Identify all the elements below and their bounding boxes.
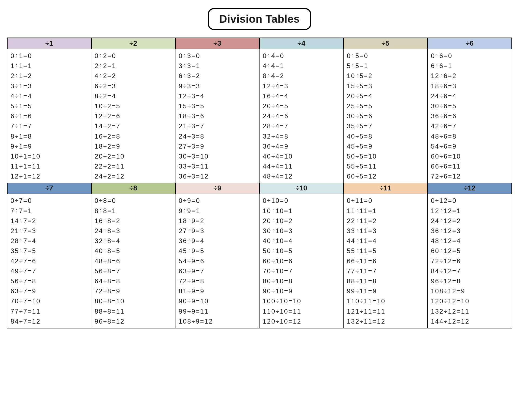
equation: 1÷1=1 (11, 61, 88, 71)
equation: 0÷1=0 (11, 51, 88, 61)
equation: 18÷9=2 (179, 216, 257, 226)
equation: 2÷2=1 (95, 61, 172, 71)
equation: 50÷5=10 (347, 151, 425, 161)
column-header: ÷10 (260, 183, 343, 194)
division-column-4: ÷40÷4=04÷4=18÷4=212÷4=316÷4=420÷4=524÷4=… (260, 38, 344, 183)
equation: 28÷4=7 (263, 121, 341, 131)
equation: 0÷2=0 (95, 51, 172, 61)
equation: 0÷4=0 (263, 51, 341, 61)
equation: 99÷11=9 (347, 286, 425, 296)
equation: 40÷5=8 (347, 131, 425, 141)
equation: 24÷4=6 (263, 111, 341, 121)
equation: 72÷8=9 (95, 286, 172, 296)
equation: 36÷12=3 (431, 226, 509, 236)
equation: 30÷6=5 (431, 101, 509, 111)
equation: 22÷2=11 (95, 161, 172, 171)
equation: 72÷6=12 (431, 171, 509, 181)
equation: 24÷6=4 (431, 91, 509, 101)
equation: 49÷7=7 (11, 266, 88, 276)
equation: 0÷11=0 (347, 196, 425, 206)
equation: 50÷10=5 (263, 246, 341, 256)
column-header: ÷11 (344, 183, 427, 194)
equation: 12÷2=6 (95, 111, 172, 121)
equation: 20÷5=4 (347, 91, 425, 101)
equation: 35÷7=5 (11, 246, 88, 256)
equation: 12÷3=4 (179, 91, 257, 101)
equation: 0÷6=0 (431, 51, 509, 61)
equation-list: 0÷7=07÷7=114÷7=221÷7=328÷7=435÷7=542÷7=6… (7, 194, 91, 328)
equation: 16÷8=2 (95, 216, 172, 226)
column-header: ÷8 (91, 183, 175, 194)
equation: 14÷2=7 (95, 121, 172, 131)
equation: 99÷9=11 (179, 306, 257, 316)
equation: 16÷2=8 (95, 131, 172, 141)
equation: 48÷6=8 (431, 131, 509, 141)
equation: 108÷9=12 (179, 316, 257, 326)
equation: 22÷11=2 (347, 216, 425, 226)
equation: 24÷3=8 (179, 131, 257, 141)
equation: 11÷11=1 (347, 206, 425, 216)
equation: 40÷10=4 (263, 236, 341, 246)
equation: 9÷1=9 (11, 141, 88, 151)
equation-list: 0÷2=02÷2=14÷2=26÷2=38÷2=410÷2=512÷2=614÷… (91, 49, 175, 183)
equation: 8÷4=2 (263, 71, 341, 81)
equation: 33÷11=3 (347, 226, 425, 236)
equation: 30÷10=3 (263, 226, 341, 236)
equation: 18÷6=3 (431, 81, 509, 91)
equation: 6÷1=6 (11, 111, 88, 121)
equation: 108÷12=9 (431, 286, 509, 296)
equation: 18÷2=9 (95, 141, 172, 151)
equation: 72÷12=6 (431, 256, 509, 266)
division-column-11: ÷110÷11=011÷11=122÷11=233÷11=344÷11=455÷… (344, 183, 428, 328)
equation-list: 0÷4=04÷4=18÷4=212÷4=316÷4=420÷4=524÷4=62… (260, 49, 343, 183)
equation: 0÷12=0 (431, 196, 509, 206)
division-column-9: ÷90÷9=09÷9=118÷9=227÷9=336÷9=445÷9=554÷9… (175, 183, 260, 328)
equation: 16÷4=4 (263, 91, 341, 101)
equation: 4÷2=2 (95, 71, 172, 81)
column-header: ÷4 (260, 38, 343, 49)
equation: 10÷5=2 (347, 71, 425, 81)
equation: 8÷8=1 (95, 206, 172, 216)
equation: 54÷9=6 (179, 256, 257, 266)
equation: 54÷6=9 (431, 141, 509, 151)
column-header: ÷7 (7, 183, 91, 194)
equation: 30÷5=6 (347, 111, 425, 121)
column-header: ÷2 (91, 38, 175, 49)
division-column-8: ÷80÷8=08÷8=116÷8=224÷8=332÷8=440÷8=548÷8… (91, 183, 175, 328)
equation: 6÷6=1 (431, 61, 509, 71)
equation: 24÷2=12 (95, 171, 172, 181)
equation-list: 0÷8=08÷8=116÷8=224÷8=332÷8=440÷8=548÷8=6… (91, 194, 175, 328)
equation: 80÷8=10 (95, 296, 172, 306)
equation: 36÷6=6 (431, 111, 509, 121)
column-header: ÷5 (344, 38, 427, 49)
equation: 3÷1=3 (11, 81, 88, 91)
equation: 96÷12=8 (431, 276, 509, 286)
equation: 2÷1=2 (11, 71, 88, 81)
equation: 27÷3=9 (179, 141, 257, 151)
equation: 24÷8=3 (95, 226, 172, 236)
equation: 40÷8=5 (95, 246, 172, 256)
equation: 28÷7=4 (11, 236, 88, 246)
equation-list: 0÷10=010÷10=120÷10=230÷10=340÷10=450÷10=… (260, 194, 343, 328)
equation: 144÷12=12 (431, 316, 509, 326)
equation: 60÷10=6 (263, 256, 341, 266)
equation: 48÷12=4 (431, 236, 509, 246)
equation-list: 0÷12=012÷12=124÷12=236÷12=348÷12=460÷12=… (428, 194, 512, 328)
equation: 10÷10=1 (263, 206, 341, 216)
equation: 12÷4=3 (263, 81, 341, 91)
equation: 45÷5=9 (347, 141, 425, 151)
equation: 70÷7=10 (11, 296, 88, 306)
equation: 21÷7=3 (11, 226, 88, 236)
equation: 0÷3=0 (179, 51, 257, 61)
division-column-6: ÷60÷6=06÷6=112÷6=218÷6=324÷6=430÷6=536÷6… (428, 38, 512, 183)
division-column-2: ÷20÷2=02÷2=14÷2=26÷2=38÷2=410÷2=512÷2=61… (91, 38, 175, 183)
equation: 48÷8=6 (95, 256, 172, 266)
equation: 120÷10=12 (263, 316, 341, 326)
equation: 7÷7=1 (11, 206, 88, 216)
equation: 60÷12=5 (431, 246, 509, 256)
equation: 64÷8=8 (95, 276, 172, 286)
equation: 40÷4=10 (263, 151, 341, 161)
equation: 56÷7=8 (11, 276, 88, 286)
column-header: ÷12 (428, 183, 512, 194)
equation: 6÷3=2 (179, 71, 257, 81)
